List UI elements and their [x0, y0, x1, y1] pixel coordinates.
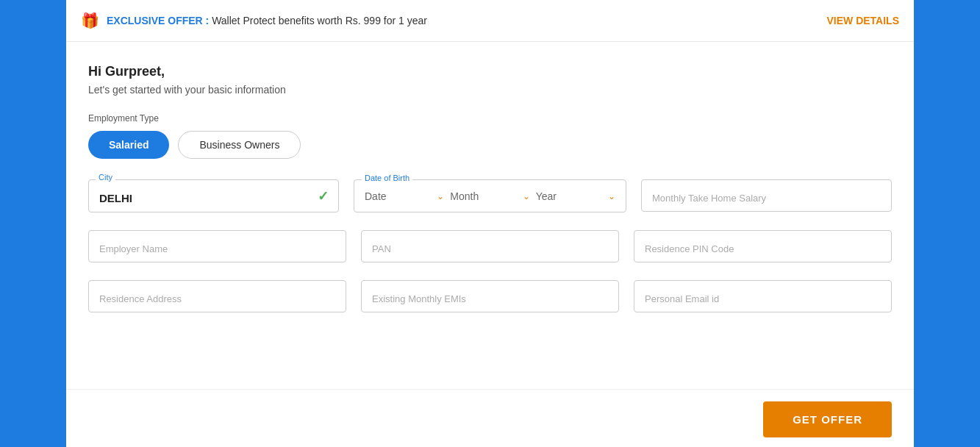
check-icon: ✓	[318, 188, 329, 204]
residence-address-input[interactable]	[88, 280, 346, 312]
city-input[interactable]	[88, 179, 339, 212]
city-label: City	[96, 173, 115, 182]
dob-year-select[interactable]: Year	[536, 190, 605, 202]
view-details-link[interactable]: VIEW DETAILS	[826, 15, 899, 26]
right-blue-bar	[914, 0, 980, 447]
pan-wrapper	[361, 230, 619, 262]
employment-buttons: Salaried Business Owners	[88, 131, 892, 159]
residence-pin-wrapper	[634, 230, 892, 262]
residence-address-wrapper	[88, 280, 346, 312]
employment-type-label: Employment Type	[88, 113, 892, 124]
dob-date-wrapper: Date ⌄	[365, 190, 444, 202]
business-owners-button[interactable]: Business Owners	[178, 131, 301, 159]
city-field-wrapper: City ✓	[88, 179, 339, 212]
left-blue-bar	[0, 0, 66, 447]
dob-wrapper: Date of Birth Date ⌄ Month ⌄ Year	[354, 179, 626, 212]
dob-month-select[interactable]: Month	[450, 190, 519, 202]
subtitle-text: Let's get started with your basic inform…	[88, 84, 892, 96]
offer-description: Wallet Protect benefits worth Rs. 999 fo…	[212, 15, 427, 26]
dob-month-wrapper: Month ⌄	[450, 190, 529, 202]
form-row-3	[88, 280, 892, 312]
offer-label: EXCLUSIVE OFFER :	[107, 15, 209, 26]
offer-banner: 🎁 EXCLUSIVE OFFER : Wallet Protect benef…	[66, 0, 914, 42]
dob-label: Date of Birth	[362, 174, 412, 182]
year-chevron-icon: ⌄	[608, 191, 615, 201]
residence-pin-input[interactable]	[634, 230, 892, 262]
monthly-salary-wrapper	[641, 179, 892, 212]
personal-email-wrapper	[634, 280, 892, 312]
existing-emis-wrapper	[361, 280, 619, 312]
existing-emis-input[interactable]	[361, 280, 619, 312]
month-chevron-icon: ⌄	[523, 191, 530, 201]
form-row-2	[88, 230, 892, 262]
dob-year-wrapper: Year ⌄	[536, 190, 615, 202]
get-offer-button[interactable]: GET OFFER	[763, 401, 892, 437]
employer-name-wrapper	[88, 230, 346, 262]
bottom-bar: GET OFFER	[66, 389, 914, 447]
date-chevron-icon: ⌄	[437, 191, 444, 201]
main-content: 🎁 EXCLUSIVE OFFER : Wallet Protect benef…	[66, 0, 914, 447]
greeting-text: Hi Gurpreet,	[88, 64, 892, 79]
gift-icon: 🎁	[81, 12, 99, 29]
personal-email-input[interactable]	[634, 280, 892, 312]
monthly-salary-input[interactable]	[641, 179, 892, 212]
dob-date-select[interactable]: Date	[365, 190, 434, 202]
form-area: Hi Gurpreet, Let's get started with your…	[66, 42, 914, 389]
salaried-button[interactable]: Salaried	[88, 131, 169, 159]
pan-input[interactable]	[361, 230, 619, 262]
offer-banner-left: 🎁 EXCLUSIVE OFFER : Wallet Protect benef…	[81, 12, 427, 29]
form-row-1: City ✓ Date of Birth Date ⌄ Month ⌄	[88, 179, 892, 212]
employer-name-input[interactable]	[88, 230, 346, 262]
